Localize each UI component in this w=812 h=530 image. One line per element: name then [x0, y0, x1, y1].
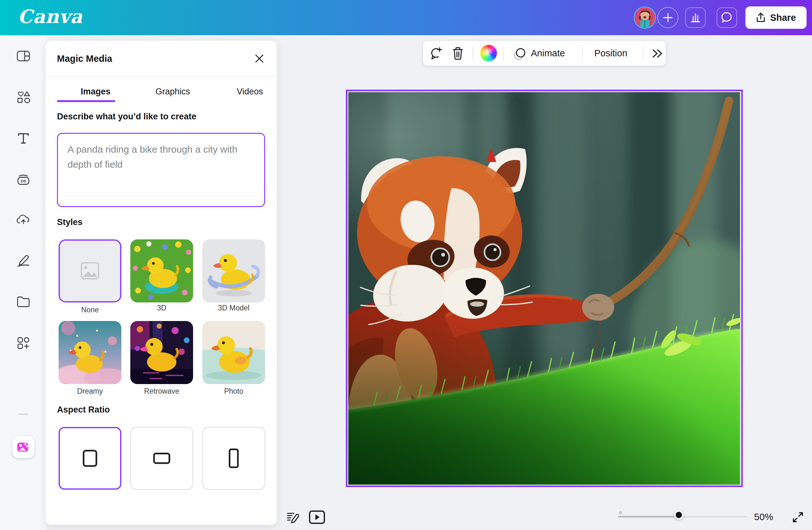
notes-icon — [286, 511, 299, 524]
toolbar-divider — [582, 47, 583, 60]
comment-add-icon — [430, 46, 444, 60]
landscape-ratio-icon — [153, 452, 171, 465]
style-label-photo: Photo — [202, 387, 265, 396]
draw-pen-icon — [16, 253, 31, 268]
animate-icon — [512, 46, 528, 61]
panel-close-button[interactable] — [253, 52, 266, 65]
tab-videos[interactable]: Videos — [211, 81, 289, 102]
create-design-button[interactable] — [657, 7, 679, 28]
style-retrowave-thumbnail — [130, 321, 193, 384]
sidebar-item-projects[interactable] — [16, 294, 31, 309]
tab-images[interactable]: Images — [57, 81, 134, 102]
sidebar-item-elements[interactable] — [16, 90, 31, 105]
style-option-none[interactable] — [59, 239, 121, 303]
style-photo-thumbnail — [202, 321, 265, 384]
zoom-slider-origin-dot — [619, 511, 622, 514]
panel-header-divider — [45, 76, 277, 76]
trash-icon — [451, 46, 464, 60]
folder-icon — [16, 294, 31, 309]
canvas-image[interactable] — [348, 92, 740, 485]
animate-button[interactable]: Animate — [531, 41, 565, 65]
sidebar-item-apps[interactable] — [16, 336, 31, 351]
share-button[interactable]: Share — [745, 6, 807, 29]
notes-button[interactable] — [285, 510, 300, 525]
insights-button[interactable] — [685, 8, 706, 28]
animate-button-icon[interactable] — [512, 41, 528, 65]
object-panel-rail: co — [0, 35, 46, 530]
style-dreamy-thumbnail — [59, 321, 121, 384]
style-option-photo[interactable] — [202, 321, 265, 384]
panel-title: Magic Media — [57, 54, 112, 64]
style-3d-thumbnail — [130, 239, 193, 303]
comment-add-button[interactable] — [429, 41, 445, 65]
delete-button[interactable] — [450, 41, 466, 65]
sidebar-item-design[interactable] — [16, 49, 31, 63]
prompt-input[interactable] — [57, 133, 265, 207]
toolbar-divider — [503, 47, 504, 60]
active-tab-underline — [57, 100, 115, 102]
style-label-retrowave: Retrowave — [130, 387, 193, 396]
design-icon — [16, 49, 31, 63]
aspect-option-landscape[interactable] — [130, 427, 193, 490]
style-option-3d-model[interactable] — [202, 239, 265, 303]
canva-logo[interactable]: Canva — [18, 6, 83, 28]
zoom-slider-fill — [618, 516, 681, 517]
sidebar-item-uploads[interactable] — [16, 212, 31, 227]
present-button[interactable] — [308, 509, 326, 526]
sidebar-divider — [18, 413, 28, 415]
sidebar-item-draw[interactable] — [16, 253, 31, 268]
toolbar-divider — [643, 47, 643, 60]
aspect-option-square[interactable] — [59, 427, 121, 490]
fullscreen-button[interactable] — [790, 510, 806, 525]
style-label-3d: 3D — [130, 304, 193, 312]
avatar[interactable] — [634, 6, 656, 29]
red-panda-illustration — [348, 92, 740, 485]
plus-icon — [662, 12, 674, 24]
tab-graphics[interactable]: Graphics — [134, 81, 211, 102]
toolbar-divider — [473, 47, 473, 60]
avatar-photo — [635, 8, 655, 28]
style-label-3d-model: 3D Model — [202, 304, 265, 312]
aspect-option-portrait[interactable] — [202, 427, 265, 490]
share-upload-icon — [756, 13, 766, 23]
styles-label: Styles — [57, 217, 83, 227]
style-option-3d[interactable] — [130, 239, 193, 303]
portrait-ratio-icon — [228, 448, 240, 469]
share-label: Share — [770, 13, 796, 23]
expand-icon — [791, 510, 805, 524]
top-bar: Canva — [0, 0, 812, 35]
bar-chart-icon — [690, 12, 701, 24]
image-placeholder-icon — [60, 241, 120, 301]
square-ratio-icon — [82, 449, 98, 468]
describe-label: Describe what you’d like to create — [57, 112, 196, 122]
style-3d-model-thumbnail — [202, 239, 265, 303]
magic-media-panel: Magic Media Images Graphics Videos Descr… — [45, 41, 277, 525]
brand-icon: co — [16, 172, 31, 187]
aspect-ratio-label: Aspect Ratio — [57, 405, 110, 415]
close-icon — [254, 54, 264, 64]
zoom-level-label[interactable]: 50% — [754, 512, 773, 522]
sidebar-item-text[interactable] — [16, 131, 31, 146]
apps-icon — [16, 336, 31, 351]
zoom-slider-knob[interactable] — [674, 510, 684, 520]
magic-media-icon — [16, 440, 30, 454]
style-option-dreamy[interactable] — [59, 321, 121, 384]
more-tools-button[interactable] — [649, 41, 665, 65]
position-button[interactable]: Position — [594, 41, 627, 65]
color-wheel-button[interactable] — [480, 45, 497, 61]
sidebar-item-brand[interactable]: co — [16, 172, 31, 187]
sidebar-item-magic-media[interactable] — [13, 436, 34, 458]
cloud-upload-icon — [16, 212, 31, 227]
comments-button[interactable] — [716, 8, 737, 28]
svg-text:co: co — [21, 178, 26, 183]
style-option-retrowave[interactable] — [130, 321, 193, 384]
text-icon — [16, 131, 31, 146]
double-chevron-icon — [651, 48, 664, 59]
speech-bubble-icon — [721, 11, 733, 24]
style-label-none: None — [59, 306, 121, 314]
play-icon — [309, 510, 325, 524]
style-label-dreamy: Dreamy — [59, 387, 121, 396]
canva-editor: Canva — [0, 0, 812, 530]
elements-icon — [16, 90, 31, 105]
